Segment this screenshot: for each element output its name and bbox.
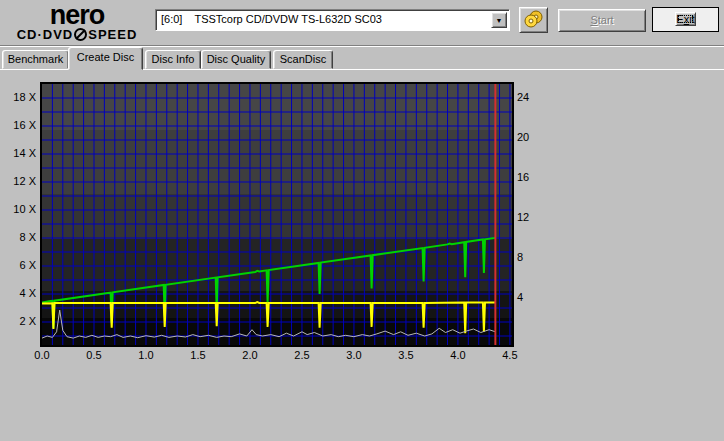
speed-axis-tick: 16 X <box>2 119 36 131</box>
tab-disc-info[interactable]: Disc Info <box>145 50 201 69</box>
tab-create-disc[interactable]: Create Disc <box>68 47 143 70</box>
speed-axis-tick: 14 X <box>2 147 36 159</box>
capacity-axis-tick: 2.5 <box>289 349 315 361</box>
nero-cd-dvd-speed-logo: nero CD·DVD SPEED <box>6 2 148 41</box>
logo-nero-text: nero <box>6 2 148 28</box>
capacity-axis-tick: 1.5 <box>185 349 211 361</box>
tab-scandisc[interactable]: ScanDisc <box>273 50 333 69</box>
speed-axis-tick: 2 X <box>2 315 36 327</box>
start-button[interactable]: Start <box>558 9 646 32</box>
capacity-axis-tick: 4.5 <box>497 349 523 361</box>
write-speed-chart <box>40 82 514 347</box>
drive-select-value: [6:0] TSSTcorp CD/DVDW TS-L632D SC03 <box>161 13 382 25</box>
right-axis-tick: 16 <box>517 171 529 183</box>
tab-benchmark[interactable]: Benchmark <box>2 50 69 69</box>
drive-select-dropdown-arrow-icon[interactable] <box>491 12 507 28</box>
logo-speed-text: SPEED <box>88 28 137 41</box>
speed-axis-tick: 12 X <box>2 175 36 187</box>
speed-axis-tick: 18 X <box>2 91 36 103</box>
speed-axis-tick: 10 X <box>2 203 36 215</box>
drive-select[interactable]: [6:0] TSSTcorp CD/DVDW TS-L632D SC03 <box>155 9 510 31</box>
discs-icon <box>523 10 545 28</box>
capacity-axis-tick: 3.5 <box>393 349 419 361</box>
tab-disc-quality[interactable]: Disc Quality <box>201 50 271 69</box>
right-axis-tick: 4 <box>517 291 523 303</box>
capacity-axis-tick: 2.0 <box>237 349 263 361</box>
capacity-axis-tick: 1.0 <box>133 349 159 361</box>
chart-plot-area <box>42 84 512 345</box>
app-window: nero CD·DVD SPEED [6:0] TSSTcorp CD/DVDW… <box>0 0 724 441</box>
capacity-axis-tick: 4.0 <box>445 349 471 361</box>
speed-axis-tick: 6 X <box>2 259 36 271</box>
exit-button[interactable]: Exit <box>652 7 719 32</box>
right-axis-tick: 12 <box>517 211 529 223</box>
capacity-axis-tick: 0.0 <box>29 349 55 361</box>
right-axis-tick: 24 <box>517 91 529 103</box>
capacity-axis-tick: 3.0 <box>341 349 367 361</box>
logo-cddvd-text: CD·DVD <box>17 28 74 41</box>
right-axis-tick: 8 <box>517 251 523 263</box>
disc-tools-button[interactable] <box>519 7 548 33</box>
disc-logo-icon <box>74 28 87 41</box>
capacity-axis-tick: 0.5 <box>81 349 107 361</box>
right-axis-tick: 20 <box>517 131 529 143</box>
speed-axis-tick: 4 X <box>2 287 36 299</box>
speed-axis-tick: 8 X <box>2 231 36 243</box>
